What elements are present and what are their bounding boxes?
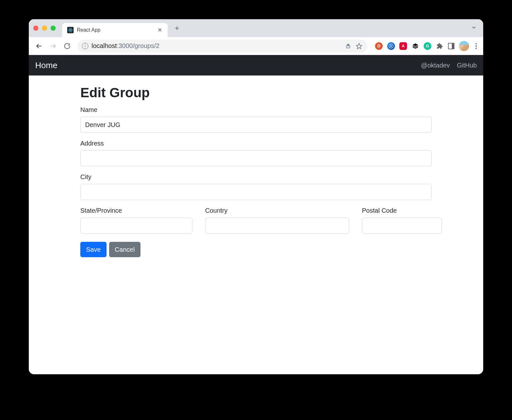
site-info-icon[interactable]: i	[82, 43, 88, 49]
form-group-state: State/Province	[80, 207, 192, 234]
browser-tabstrip: React App ✕ +	[29, 19, 483, 37]
angular-extension-icon[interactable]: A	[399, 42, 407, 50]
form-row-location: State/Province Country Postal Code	[80, 207, 432, 241]
name-label: Name	[80, 106, 432, 114]
extensions-menu-icon[interactable]	[436, 42, 444, 50]
country-label: Country	[205, 207, 349, 214]
address-bar[interactable]: i localhost:3000/groups/2	[77, 40, 367, 52]
page-title: Edit Group	[80, 85, 432, 100]
new-tab-button[interactable]: +	[172, 23, 182, 34]
tab-title: React App	[77, 27, 154, 33]
reload-button[interactable]	[61, 40, 73, 52]
nav-links: @oktadev GitHub	[421, 62, 477, 69]
browser-toolbar: i localhost:3000/groups/2 D A G	[29, 37, 483, 55]
url-path: :3000/groups/2	[117, 42, 159, 49]
side-panel-icon[interactable]	[448, 43, 454, 49]
onepassword-extension-icon[interactable]	[387, 42, 395, 50]
svg-marker-8	[356, 43, 362, 49]
form-group-name: Name	[80, 106, 432, 133]
svg-rect-10	[391, 45, 392, 47]
form-actions: Save Cancel	[80, 242, 432, 257]
nav-link-oktadev[interactable]: @oktadev	[421, 62, 450, 69]
postal-label: Postal Code	[362, 207, 442, 214]
url-text: localhost:3000/groups/2	[92, 42, 341, 50]
postal-input[interactable]	[362, 218, 442, 234]
window-controls	[33, 26, 56, 31]
profile-avatar[interactable]	[459, 41, 469, 51]
address-input[interactable]	[80, 150, 432, 166]
url-host: localhost	[92, 42, 117, 49]
window-close-button[interactable]	[33, 26, 38, 31]
buffer-extension-icon[interactable]	[412, 42, 419, 50]
extension-icons: D A G	[375, 41, 479, 51]
tabs-chevron-icon[interactable]	[469, 23, 479, 34]
page-content: Edit Group Name Address City State/Provi…	[29, 75, 483, 374]
back-button[interactable]	[33, 40, 45, 52]
share-icon[interactable]	[344, 42, 352, 50]
bookmark-icon[interactable]	[355, 42, 363, 50]
address-label: Address	[80, 140, 432, 147]
grammarly-extension-icon[interactable]: G	[424, 42, 431, 50]
react-icon	[67, 27, 74, 33]
app-navbar: Home @oktadev GitHub	[29, 55, 483, 75]
form-group-address: Address	[80, 140, 432, 166]
browser-menu-icon[interactable]	[474, 41, 479, 51]
save-button[interactable]: Save	[80, 242, 107, 257]
duckduckgo-extension-icon[interactable]: D	[375, 42, 383, 50]
svg-point-0	[70, 30, 71, 31]
browser-tab[interactable]: React App ✕	[62, 23, 168, 37]
state-label: State/Province	[80, 207, 192, 214]
nav-link-github[interactable]: GitHub	[457, 62, 477, 69]
content-container: Edit Group Name Address City State/Provi…	[75, 85, 437, 257]
browser-window: React App ✕ + i localhost:3000/groups/2	[29, 19, 483, 374]
form-group-city: City	[80, 173, 432, 200]
city-label: City	[80, 173, 432, 181]
forward-button[interactable]	[47, 40, 59, 52]
city-input[interactable]	[80, 184, 432, 200]
state-input[interactable]	[80, 218, 192, 234]
window-maximize-button[interactable]	[51, 26, 56, 31]
close-tab-icon[interactable]: ✕	[157, 27, 163, 33]
country-input[interactable]	[205, 218, 349, 234]
form-group-country: Country	[205, 207, 349, 234]
cancel-button[interactable]: Cancel	[109, 242, 140, 257]
form-group-postal: Postal Code	[362, 207, 442, 234]
nav-home-link[interactable]: Home	[35, 60, 57, 70]
name-input[interactable]	[80, 117, 432, 133]
window-minimize-button[interactable]	[42, 26, 47, 31]
